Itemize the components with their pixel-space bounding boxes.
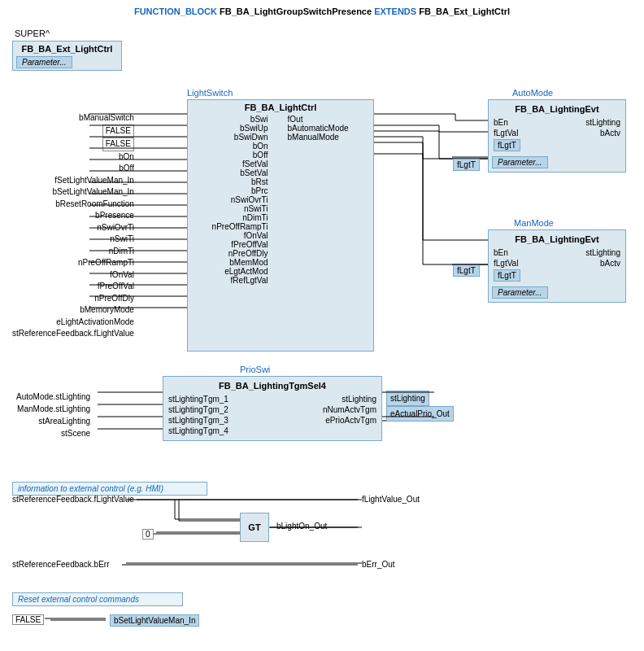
prioswi-block: FB_BA_LightingTgmSel4 stLightingTgm_1 st…	[163, 376, 382, 441]
lightctrl-block: FB_BA_LightCtrl bSwi fOut bSwiUp bAutoma…	[187, 99, 374, 352]
false2-box: FALSE	[102, 138, 134, 151]
port-row-bsetval: bSetVal	[189, 168, 372, 177]
port-bsetlightvalueman: bSetLightValueMan_In	[12, 186, 134, 199]
port-nswiti: nSwiTi	[12, 234, 134, 246]
prioswi-right-ports: stLighting eActualPrio_Out	[386, 391, 454, 422]
port-row-npreofframpti: nPreOffRampTi	[189, 222, 372, 231]
super-block: FB_BA_Ext_LightCtrl Parameter...	[12, 41, 122, 71]
prioswi-row4: stLightingTgm_4	[168, 426, 376, 435]
manmode-title: FB_BA_LightingEvt	[492, 234, 622, 245]
prioswi-eactualprio: eActualPrio_Out	[386, 406, 454, 422]
port-fonval-ext: fOnVal	[12, 269, 134, 282]
prioswi-stlighting-out: stLighting	[386, 391, 454, 406]
port-bmemorymode: bMemoryMode	[12, 304, 134, 317]
port-row-nswiti: nSwiTi	[189, 204, 372, 213]
port-bon: bOn	[12, 151, 134, 164]
manmode-flgtt-box: fLgtT	[494, 269, 520, 282]
automode-flgtt-wire-box: fLgtT	[453, 159, 480, 171]
port-fsetlightvalueman: fSetLightValueMan_In	[12, 175, 134, 187]
port-row-ndimti: nDimTi	[189, 213, 372, 222]
prioswi-title: FB_BA_LightingTgmSel4	[167, 380, 378, 391]
port-false1-row: FALSE	[12, 125, 134, 138]
automode-block: FB_BA_LightingEvt bEn stLighting fLgtVal…	[488, 99, 626, 173]
automode-param: Parameter...	[492, 156, 548, 168]
port-row-bswidwn: bSwiDwn bManualMode	[189, 133, 372, 142]
manmode-port-ben: bEn stLighting	[494, 248, 620, 257]
port-bresetroomfunction: bResetRoomFunction	[12, 199, 134, 211]
automode-flgtt-external: fLgtT	[453, 159, 480, 171]
lightctrl-left-ports: bManualSwitch FALSE FALSE bOn bOff fSetL…	[12, 112, 134, 340]
header-extends: EXTENDS	[374, 7, 416, 16]
manmode-section-label: ManMode	[514, 218, 554, 228]
header: FUNCTION_BLOCK FB_BA_LightGroupSwitchPre…	[134, 7, 510, 16]
port-row-bswi: bSwi fOut	[189, 115, 372, 124]
port-row-elgtactmod: eLgtActMod	[189, 267, 372, 276]
prioswi-row1: stLightingTgm_1 stLighting	[168, 395, 376, 404]
port-false2-row: FALSE	[12, 138, 134, 151]
automode-port-flgtval: fLgtVal bActv	[494, 129, 620, 138]
port-row-nswiovrti: nSwiOvrTi	[189, 195, 372, 204]
port-fpreoffval-ext: fPreOffVal	[12, 281, 134, 293]
super-param-box: Parameter...	[16, 56, 72, 68]
wire3-left-label: stReferenceFeedback.bErr	[12, 560, 110, 569]
port-streferencefeedback: stReferenceFeedback.fLightValue	[12, 328, 134, 340]
automode-flgtt-box: fLgtT	[494, 139, 520, 151]
header-function-block: FUNCTION_BLOCK	[134, 7, 217, 16]
port-bpresence: bPresence	[12, 210, 134, 222]
port-row-boff: bOff	[189, 151, 372, 159]
port-row-bprc: bPrc	[189, 186, 372, 195]
wire4-right-label: bSetLightValueMan_In	[110, 614, 199, 627]
port-row-bon: bOn	[189, 142, 372, 151]
gt-block: GT	[240, 513, 269, 542]
header-block-name: FB_BA_LightGroupSwitchPresence	[220, 7, 372, 16]
port-row-fonval: fOnVal	[189, 231, 372, 240]
super-block-title: FB_BA_Ext_LightCtrl	[16, 43, 118, 55]
diagram-container: FUNCTION_BLOCK FB_BA_LightGroupSwitchPre…	[0, 0, 644, 651]
header-extends-name: FB_BA_Ext_LightCtrl	[419, 7, 510, 16]
super-label: SUPER^	[15, 28, 50, 38]
wire3-right-label: bErr_Out	[362, 560, 395, 569]
port-nswiovrti: nSwiOvrTi	[12, 222, 134, 234]
automode-port-ben: bEn stLighting	[494, 118, 620, 127]
port-row-brst: bRst	[189, 177, 372, 186]
automode-section-label: AutoMode	[512, 88, 553, 98]
port-ndimti: nDimTi	[12, 246, 134, 258]
prioswi-row2: stLightingTgm_2 nNumActvTgm	[168, 405, 376, 414]
false-bottom-box: FALSE	[12, 614, 44, 625]
false-bottom-label: FALSE	[12, 614, 44, 625]
port-row-freflgtval: fRefLgtVal	[189, 276, 372, 285]
zero-value-box: 0	[142, 529, 154, 540]
lightctrl-title: FB_BA_LightCtrl	[189, 102, 372, 113]
port-npreofframpti: nPreOffRampTi	[12, 257, 134, 269]
port-row-npreoffdly: nPreOffDly	[189, 249, 372, 258]
info-box-hmi: information to external control (e.g. HM…	[12, 482, 207, 496]
port-elightactivationmode: eLightActivationMode	[12, 317, 134, 329]
false1-box: FALSE	[102, 125, 134, 138]
prioswi-row3: stLightingTgm_3 ePrioActvTgm	[168, 416, 376, 425]
lightswitch-section-label: LightSwitch	[187, 88, 233, 98]
bset-box: bSetLightValueMan_In	[110, 614, 199, 627]
automode-title: FB_BA_LightingEvt	[492, 103, 622, 115]
port-row-bswiup: bSwiUp bAutomaticMode	[189, 124, 372, 133]
manmode-port-flgtt: fLgtT	[494, 269, 620, 282]
prioswi-starea: stAreaLighting	[16, 415, 90, 427]
port-row-fpreoffval: fPreOffVal	[189, 240, 372, 249]
wire1-right-label: fLightValue_Out	[362, 495, 420, 504]
port-boff: bOff	[12, 163, 134, 175]
port-row-bmemmod: bMemMod	[189, 258, 372, 267]
manmode-flgtt-wire-box: fLgtT	[453, 264, 480, 277]
wire1-left-label: stReferenceFeedback.fLightValue	[12, 495, 134, 504]
prioswi-stscene: stScene	[16, 427, 90, 439]
manmode-port-flgtval: fLgtVal bActv	[494, 259, 620, 268]
manmode-block: FB_BA_LightingEvt bEn stLighting fLgtVal…	[488, 229, 626, 303]
zero-label: 0	[142, 529, 154, 540]
port-row-fsetval: fSetVal	[189, 159, 372, 168]
info-box-reset: Reset external control commands	[12, 592, 183, 606]
port-npreoffdly-ext: nPreOffDly	[12, 293, 134, 305]
prioswi-section-label: PrioSwi	[240, 365, 270, 374]
prioswi-left-ports: AutoMode.stLighting ManMode.stLighting s…	[16, 391, 90, 439]
prioswi-manmode-stlighting: ManMode.stLighting	[16, 403, 90, 415]
manmode-param: Parameter...	[492, 286, 548, 299]
manmode-flgtt-external: fLgtT	[453, 264, 480, 277]
port-bmanualswitch: bManualSwitch	[12, 112, 134, 125]
